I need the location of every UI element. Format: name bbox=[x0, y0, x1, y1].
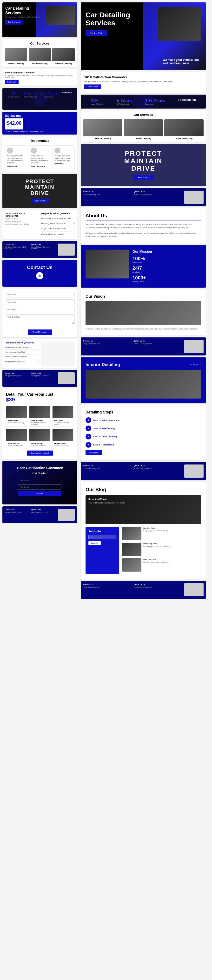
faq2-q-4: What products do you use? bbox=[5, 361, 25, 363]
right-stat-4: Professional bbox=[179, 98, 196, 105]
right-stat-num-2: 5 Years bbox=[117, 98, 132, 103]
services-title: Our Services bbox=[5, 41, 75, 45]
step-4[interactable]: 4 Step 4 - Final Polish bbox=[86, 442, 201, 448]
blog-post-img-3 bbox=[122, 558, 142, 571]
stat-number-1: 10+ bbox=[8, 92, 20, 96]
satisfaction-btn[interactable]: Book a Visit bbox=[5, 80, 19, 84]
contact-icon: ✉ bbox=[38, 274, 41, 278]
faq2-item-4[interactable]: What products do you use?+ bbox=[5, 359, 38, 364]
testimonial-text-3: Excellent work on my vehicle. Will defin… bbox=[54, 155, 73, 162]
right-service-2: Interior Detailing bbox=[124, 119, 163, 140]
mission-stat-3: 1000+ Happy Clients bbox=[132, 275, 152, 283]
get-started-name[interactable] bbox=[18, 478, 61, 483]
mission-img bbox=[86, 250, 129, 278]
right-hero-title: Car Detailing Services bbox=[86, 11, 134, 27]
footer2-contact-title: Contact Us bbox=[5, 372, 29, 374]
mission-label-1: Satisfaction bbox=[132, 261, 152, 264]
faq-item-2[interactable]: How long does a detail take?+ bbox=[41, 221, 75, 226]
faq-item-3[interactable]: Do you come to my location?+ bbox=[41, 226, 75, 232]
service-card-3: Premium Detailing bbox=[52, 48, 75, 65]
blog-post-img-2 bbox=[122, 543, 142, 556]
right-footer2-quick: Quick Links bbox=[134, 340, 182, 342]
vision-img bbox=[86, 301, 201, 325]
right-services-title: Our Services bbox=[83, 113, 204, 116]
savings-old-price: $65.00 bbox=[7, 126, 21, 127]
right-service-name-3: Premium Detailing bbox=[164, 137, 204, 140]
stat-number-3: 10+ Years bbox=[40, 92, 58, 96]
get-started-email[interactable] bbox=[18, 484, 61, 490]
right-footer3-contact: Contact Us bbox=[83, 465, 131, 467]
right-stat-label-1: Years Of Service bbox=[91, 103, 104, 105]
contact-touch-email: info@cardetailing.com bbox=[5, 221, 38, 223]
blog-post-desc-1: Keeping your car clean in the city bbox=[143, 530, 168, 531]
right-sat-btn[interactable]: Book a Visit bbox=[84, 84, 101, 89]
step-1[interactable]: 1 Step 1 - Initial Inspection bbox=[86, 417, 201, 423]
about-title: About Us bbox=[86, 213, 201, 220]
get-started-submit[interactable]: Submit bbox=[18, 491, 61, 496]
testimonial-text-2: Professional and thorough. Best car deta… bbox=[31, 155, 49, 164]
left-hero-btn[interactable]: Book a Visit bbox=[5, 20, 22, 25]
detail-car-btn[interactable]: Book an Appointment bbox=[27, 450, 53, 456]
service-card-1: Exterior Detailing bbox=[5, 48, 27, 65]
faq2-item-1[interactable]: What detailing services do you offer?+ bbox=[5, 345, 38, 350]
left-hero-subtitle: We make your vehicle look and feel brand… bbox=[5, 16, 41, 18]
footer2-quick-title: Quick Links bbox=[31, 372, 56, 374]
step-label-3: Step 3 - Deep Cleaning bbox=[93, 435, 117, 438]
interior-img bbox=[86, 370, 201, 399]
package-name-4: Paint Polish bbox=[8, 442, 26, 444]
contact-email-input[interactable] bbox=[5, 299, 75, 305]
interior-book-btn[interactable]: Book Now bbox=[86, 450, 102, 455]
right-stat-num-3: 10+ Years bbox=[145, 98, 165, 103]
right-footer3-quick: Quick Links bbox=[134, 465, 182, 467]
faq-item-4[interactable]: What products do you use?+ bbox=[41, 232, 75, 237]
right-footer-map-2 bbox=[184, 340, 204, 353]
package-name-2: Interior Clean bbox=[31, 420, 49, 422]
blog-post-1: Big City Tips Keeping your car clean in … bbox=[122, 527, 201, 540]
stat-number-4: Professional bbox=[62, 92, 72, 93]
step-num-4: 4 bbox=[86, 442, 91, 448]
blog-subscribe-email[interactable] bbox=[88, 535, 116, 539]
footer-map-2 bbox=[58, 372, 75, 384]
blog-subscribe-btn[interactable]: Subscribe bbox=[88, 541, 101, 545]
blog-post-title-1: Big City Tips bbox=[143, 527, 168, 529]
faq2-q-1: What detailing services do you offer? bbox=[5, 346, 32, 348]
protect-btn[interactable]: Book a Visit bbox=[31, 199, 48, 203]
step-label-2: Step 2 - Pre-Cleaning bbox=[93, 427, 115, 430]
package-5: Wax Coating Protective wax layer bbox=[29, 429, 50, 448]
right-stat-label-2: Of Refreshments bbox=[117, 103, 132, 105]
step-label-4: Step 4 - Final Polish bbox=[93, 444, 114, 446]
contact-submit-btn[interactable]: Send Message bbox=[28, 329, 52, 335]
right-protect-btn[interactable]: Book a Visit bbox=[133, 175, 153, 180]
package-2: Interior Clean Full interior vacuum and … bbox=[29, 406, 50, 427]
right-hero-btn[interactable]: Book a Visit bbox=[86, 30, 107, 37]
stat-1: 10+ Years Of Service bbox=[8, 92, 20, 98]
faq-title-left: Frequently Asked Questions bbox=[41, 212, 75, 215]
contact-message-input[interactable] bbox=[5, 314, 75, 324]
stat-4: Professional bbox=[62, 92, 72, 98]
right-footer1-quick: Quick Links bbox=[134, 191, 182, 193]
blog-post-title-3: New Car Care bbox=[143, 558, 168, 560]
faq2-item-3[interactable]: Do you come to my location?+ bbox=[5, 355, 38, 359]
detail-car-title: Detail Your Car From Just bbox=[6, 392, 73, 397]
faq-item-1[interactable]: What detailing services do you offer?+ bbox=[41, 216, 75, 221]
faq2-item-2[interactable]: How long does a detail take?+ bbox=[5, 350, 38, 355]
contact-name-input[interactable] bbox=[5, 292, 75, 298]
footer-quick-title: Quick Links bbox=[31, 243, 56, 245]
mission-num-3: 1000+ bbox=[132, 275, 152, 281]
step-2[interactable]: 2 Step 2 - Pre-Cleaning bbox=[86, 425, 201, 431]
contact-phone-input[interactable] bbox=[5, 307, 75, 312]
step-label-1: Step 1 - Initial Inspection bbox=[93, 419, 119, 422]
right-service-name-2: Interior Detailing bbox=[124, 137, 163, 140]
right-footer-final-map bbox=[184, 583, 204, 597]
right-stat-label-3: Experience bbox=[145, 103, 165, 105]
faq-icon-4: + bbox=[73, 233, 75, 235]
stat-2: 5 Years Of Refreshments bbox=[24, 92, 37, 98]
mission-num-1: 100% bbox=[132, 256, 152, 261]
testimonial-1: Amazing service! My car looks brand new.… bbox=[5, 145, 27, 169]
blog-subscribe-title: Subscribe bbox=[88, 530, 116, 533]
right-service-name-1: Exterior Detailing bbox=[83, 137, 123, 140]
step-3[interactable]: 3 Step 3 - Deep Cleaning bbox=[86, 434, 201, 439]
blog-post-img-1 bbox=[122, 527, 142, 540]
get-started-subtitle: Get Started bbox=[6, 472, 73, 475]
faq2-q-3: Do you come to my location? bbox=[5, 356, 27, 358]
